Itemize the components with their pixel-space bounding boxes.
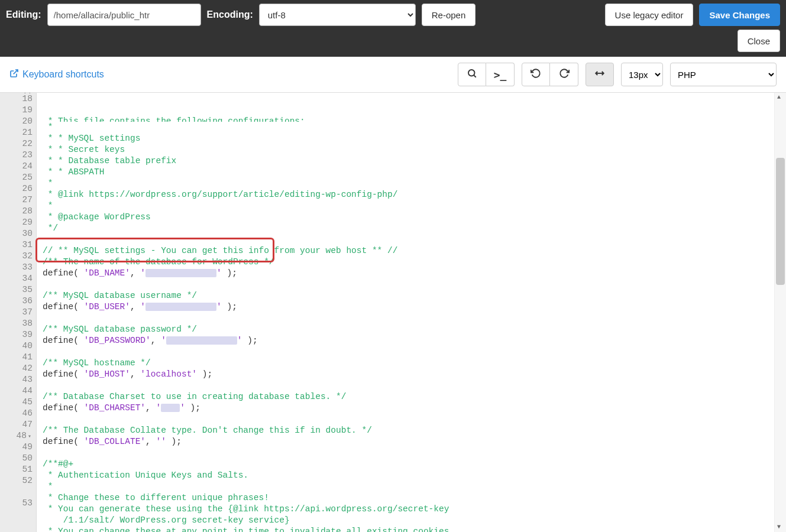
line-number: 25 [0,172,33,183]
toolbar-row-1: Editing: Encoding: utf-8 Re-open Use leg… [6,4,780,26]
redo-button[interactable] [550,63,578,86]
code-line[interactable]: /** MySQL database password */ [43,324,774,335]
terminal-button[interactable]: >_ [486,63,515,86]
code-line[interactable] [43,346,774,358]
editing-label: Editing: [6,9,41,20]
font-size-select[interactable]: 13px [621,63,663,86]
code-line[interactable]: /** MySQL database username */ [43,290,774,301]
line-number: 48▾ [0,430,33,442]
code-line[interactable]: * [43,178,774,189]
top-toolbar: Editing: Encoding: utf-8 Re-open Use leg… [0,0,786,57]
keyboard-shortcuts-text: Keyboard shortcuts [22,69,104,80]
line-number: 51 [0,464,33,475]
code-line[interactable]: define( 'DB_PASSWORD', '' ); [43,335,774,346]
code-line[interactable]: * * MySQL settings [43,133,774,144]
line-number-gutter: 1718192021222324252627282930313233343536… [0,93,37,532]
line-number: 50 [0,453,33,464]
code-line[interactable]: * * Secret keys [43,144,774,155]
line-number: 38 [0,318,33,329]
line-number: 40 [0,340,33,352]
line-number: 29 [0,217,33,228]
line-number: 23 [0,150,33,161]
code-line[interactable]: * You can change these at any point in t… [43,526,774,532]
external-link-icon [9,69,19,80]
line-number: 26 [0,183,33,194]
code-line[interactable]: * @link https://wordpress.org/support/ar… [43,189,774,200]
vertical-scrollbar[interactable]: ▲ ▼ [774,93,786,532]
code-line[interactable]: /** Database Charset to use in creating … [43,391,774,403]
code-line[interactable]: * This file contains the following confi… [43,116,774,122]
code-line[interactable]: * [43,481,774,492]
code-line[interactable] [43,313,774,324]
code-line[interactable]: */ [43,223,774,234]
scrollbar-thumb[interactable] [776,158,785,285]
line-number: 36 [0,296,33,307]
code-line[interactable]: * Change these to different unique phras… [43,492,774,504]
search-button[interactable] [458,63,486,86]
scroll-down-icon[interactable]: ▼ [777,524,784,531]
scroll-up-icon[interactable]: ▲ [777,94,784,101]
line-number: 31 [0,239,33,251]
code-line[interactable] [43,414,774,425]
code-line[interactable]: /**#@+ [43,459,774,470]
code-line[interactable]: /** MySQL hostname */ [43,358,774,369]
code-line[interactable]: /1.1/salt/ WordPress.org secret-key serv… [43,515,774,526]
language-select[interactable]: PHP [670,63,777,86]
line-number: 47 [0,419,33,430]
line-number: 52 [0,475,33,486]
code-line[interactable]: define( 'DB_HOST', 'localhost' ); [43,369,774,380]
encoding-select[interactable]: utf-8 [259,4,416,26]
code-line[interactable]: define( 'DB_COLLATE', '' ); [43,436,774,447]
line-number: 37 [0,307,33,318]
code-line[interactable]: * Authentication Unique Keys and Salts. [43,470,774,481]
svg-line-2 [474,75,476,77]
code-line[interactable]: // ** MySQL settings - You can get this … [43,245,774,257]
line-number: 21 [0,127,33,138]
line-number: 41 [0,352,33,363]
code-line[interactable]: * You can generate these using the {@lin… [43,504,774,515]
word-wrap-button[interactable] [586,63,614,86]
search-icon [467,68,477,82]
code-line[interactable]: * @package WordPress [43,212,774,223]
undo-icon [531,68,541,82]
code-editor[interactable]: 1718192021222324252627282930313233343536… [0,93,786,532]
code-line[interactable] [43,380,774,391]
line-number: 28 [0,206,33,217]
toolbar-row-2: Close [6,30,780,52]
code-content[interactable]: * This file contains the following confi… [37,93,774,532]
code-line[interactable]: * * Database table prefix [43,155,774,167]
horizontal-arrows-icon [594,68,606,82]
line-number: 42 [0,363,33,374]
code-line[interactable]: define( 'DB_NAME', '' ); [43,268,774,279]
close-button[interactable]: Close [738,30,780,52]
code-line[interactable]: * [43,122,774,133]
code-line[interactable] [43,279,774,290]
undo-button[interactable] [522,63,550,86]
terminal-icon: >_ [494,69,507,81]
code-line[interactable] [43,447,774,459]
code-line[interactable] [43,234,774,245]
code-line[interactable]: define( 'DB_USER', '' ); [43,301,774,313]
legacy-editor-button[interactable]: Use legacy editor [605,4,694,26]
line-number: 24 [0,161,33,172]
file-path-input[interactable] [47,4,201,26]
keyboard-shortcuts-link[interactable]: Keyboard shortcuts [9,69,104,80]
code-line[interactable]: define( 'DB_CHARSET', '' ); [43,403,774,414]
code-line[interactable]: /** The name of the database for WordPre… [43,257,774,268]
save-changes-button[interactable]: Save Changes [699,4,780,26]
reopen-button[interactable]: Re-open [422,4,476,26]
line-number: 44 [0,385,33,397]
line-number: 27 [0,194,33,206]
line-number: 32 [0,251,33,262]
code-line[interactable]: * [43,200,774,212]
svg-point-1 [468,70,475,76]
code-line[interactable]: * * ABSPATH [43,167,774,178]
line-number: 45 [0,397,33,408]
line-number: 30 [0,228,33,239]
line-number: 49 [0,442,33,453]
code-line[interactable]: /** The Database Collate type. Don't cha… [43,425,774,436]
line-number: 20 [0,116,33,127]
line-number: 35 [0,284,33,296]
line-number: 33 [0,262,33,273]
encoding-label: Encoding: [207,9,253,20]
